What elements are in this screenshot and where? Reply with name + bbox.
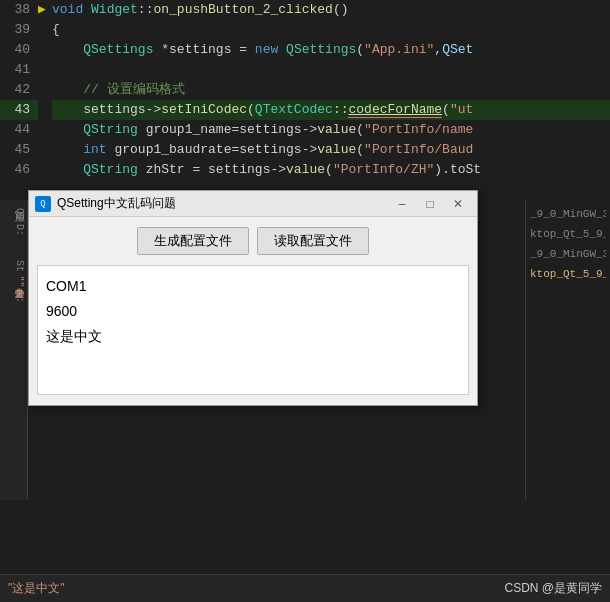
code-line-45: 45 int group1_baudrate=settings->value("…: [0, 140, 610, 160]
dialog-content-area: COM1 9600 这是中文: [37, 265, 469, 395]
dialog-window-icon: Q: [35, 196, 51, 212]
code-line-46: 46 QString zhStr = settings->value("Port…: [0, 160, 610, 180]
minimize-button[interactable]: –: [389, 194, 415, 214]
dialog-title: QSetting中文乱码问题: [57, 195, 389, 212]
right-panel: _9_0_MinGW_32 ktop_Qt_5_9_0 _9_0_MinGW_3…: [525, 200, 610, 500]
bottom-status-bar: "这是中文" CSDN @是黄同学: [0, 574, 610, 602]
sidebar-label-qs: QS: [2, 208, 25, 220]
left-sidebar: 应用 QS D: St "这是中文" D:: [0, 200, 28, 500]
right-line-4: ktop_Qt_5_9_0: [530, 264, 606, 284]
sidebar-label-quote: "这是中文": [2, 276, 25, 287]
dialog-window-buttons: – □ ✕: [389, 194, 471, 214]
dialog-titlebar[interactable]: Q QSetting中文乱码问题 – □ ✕: [29, 191, 477, 217]
right-line-2: ktop_Qt_5_9_0: [530, 224, 606, 244]
close-button[interactable]: ✕: [445, 194, 471, 214]
code-line-38: 38 ▶ void Widget::on_pushButton_2_clicke…: [0, 0, 610, 20]
code-line-40: 40 QSettings *settings = new QSettings("…: [0, 40, 610, 60]
maximize-button[interactable]: □: [417, 194, 443, 214]
sidebar-label-st: St: [2, 260, 25, 272]
sidebar-label-d2: D:: [2, 291, 25, 303]
code-line-42: 42 // 设置编码格式: [0, 80, 610, 100]
sidebar-label-d: D:: [2, 224, 25, 236]
code-line-44: 44 QString group1_name=settings->value("…: [0, 120, 610, 140]
content-line-baud: 9600: [46, 299, 460, 324]
right-line-1: _9_0_MinGW_32: [530, 204, 606, 224]
dialog-window: Q QSetting中文乱码问题 – □ ✕ 生成配置文件 读取配置文件 COM…: [28, 190, 478, 406]
dialog-toolbar: 生成配置文件 读取配置文件: [29, 217, 477, 265]
read-config-button[interactable]: 读取配置文件: [257, 227, 369, 255]
bottom-right-text: CSDN @是黄同学: [504, 580, 602, 597]
generate-config-button[interactable]: 生成配置文件: [137, 227, 249, 255]
content-line-chinese: 这是中文: [46, 324, 460, 349]
content-line-com1: COM1: [46, 274, 460, 299]
right-line-3: _9_0_MinGW_32: [530, 244, 606, 264]
code-line-43: 43 settings->setIniCodec(QTextCodec::cod…: [0, 100, 610, 120]
code-line-39: 39 {: [0, 20, 610, 40]
code-line-41: 41: [0, 60, 610, 80]
bottom-left-text: "这是中文": [8, 580, 65, 597]
